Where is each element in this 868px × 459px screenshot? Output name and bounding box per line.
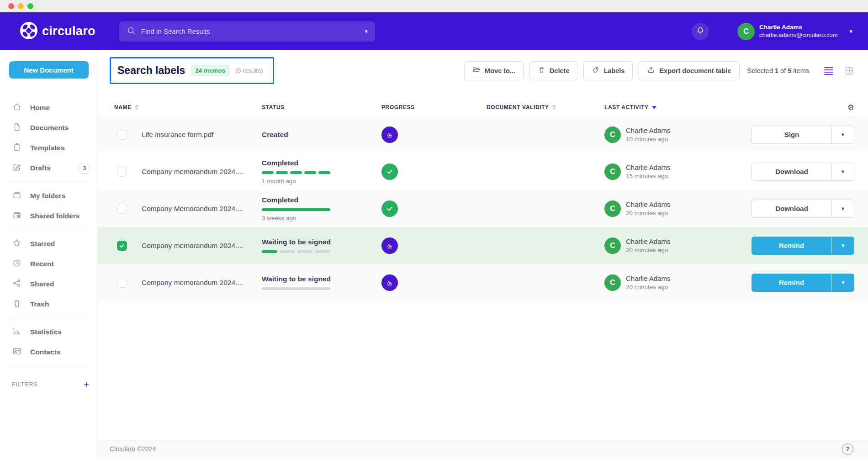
status-label: Waiting to be signed [262, 275, 381, 283]
column-header-activity[interactable]: LAST ACTIVITY [604, 104, 836, 111]
progress-icon-wrap[interactable] [381, 237, 398, 254]
activity-user: Charlie Adams [626, 200, 671, 208]
table-row[interactable]: Company memorandum 2024.... Waiting to b… [98, 227, 868, 264]
row-action-caret[interactable]: ▾ [831, 163, 854, 181]
activity-user: Charlie Adams [626, 127, 671, 134]
progress-icon-wrap[interactable] [381, 274, 398, 291]
list-view-button[interactable] [823, 66, 834, 75]
progress-icon-wrap[interactable] [381, 164, 398, 180]
window-zoom-button[interactable] [27, 3, 33, 9]
sidebar-divider [9, 230, 88, 230]
row-action-caret[interactable]: ▾ [831, 200, 854, 218]
row-action-caret[interactable]: ▾ [831, 274, 854, 292]
app-window: circularo ▾ C [0, 0, 868, 459]
table-row[interactable]: Company Memorandum 2024.... Completed 3 … [98, 190, 868, 227]
row-action-button[interactable]: Download [752, 163, 831, 181]
row-action-button[interactable]: Sign [752, 126, 831, 144]
sidebar-item-statistics[interactable]: Statistics [0, 322, 97, 342]
column-header-status[interactable]: STATUS [262, 104, 381, 111]
sidebar-item-shared-folders[interactable]: Shared folders [0, 206, 97, 226]
sidebar-item-templates[interactable]: Templates [0, 138, 97, 158]
footer: Circularo ©2024 ? [98, 439, 868, 459]
sort-icon[interactable] [135, 105, 138, 110]
search-icon [127, 26, 136, 37]
sort-icon[interactable] [552, 105, 556, 110]
search-scope-caret-icon[interactable]: ▾ [365, 28, 368, 35]
document-name[interactable]: Company memorandum 2024.... [135, 279, 262, 287]
row-action-button[interactable]: Remind [752, 274, 831, 292]
logo[interactable]: circularo [20, 22, 95, 41]
sidebar-item-trash[interactable]: Trash [0, 294, 97, 314]
row-action: Sign ▾ [752, 126, 854, 144]
window-close-button[interactable] [8, 3, 14, 9]
new-document-button[interactable]: New Document [9, 61, 89, 79]
progress-icon-wrap[interactable] [381, 200, 398, 217]
table-row[interactable]: Company memorandum 2024.... Completed 1 … [98, 153, 868, 190]
status-label: Completed [262, 196, 381, 204]
sidebar-item-shared[interactable]: Shared [0, 274, 97, 294]
sidebar-item-label: Drafts [30, 164, 51, 172]
sidebar-item-contacts[interactable]: Contacts [0, 342, 97, 362]
pencil-square-icon [12, 162, 22, 174]
export-table-button[interactable]: Export document table [639, 61, 739, 80]
folder-move-icon [472, 66, 481, 75]
signature-icon [385, 130, 394, 139]
global-search[interactable]: ▾ [119, 21, 375, 42]
sidebar-item-label: Shared [30, 280, 54, 288]
signature-icon [385, 278, 394, 287]
window-minimize-button[interactable] [18, 3, 24, 9]
row-action-button[interactable]: Download [752, 200, 831, 218]
shared-folder-icon [12, 210, 22, 222]
sidebar-item-home[interactable]: Home [0, 98, 97, 118]
user-avatar: C [737, 23, 755, 40]
row-action-caret[interactable]: ▾ [831, 237, 854, 255]
row-checkbox[interactable] [117, 167, 127, 177]
table-settings-gear-icon[interactable]: ⚙ [836, 103, 854, 112]
column-header-progress[interactable]: PROGRESS [381, 104, 487, 111]
status-time: 1 month ago [262, 178, 381, 185]
row-checkbox[interactable] [117, 278, 127, 288]
sidebar-item-starred[interactable]: Starred [0, 234, 97, 254]
column-header-validity[interactable]: DOCUMENT VALIDITY [487, 104, 604, 111]
table-header: NAME STATUS PROGRESS DOCUMENT VALIDITY L… [98, 99, 868, 116]
document-name[interactable]: Company memorandum 2024.... [135, 168, 262, 176]
grid-view-button[interactable] [844, 66, 854, 76]
move-to-button[interactable]: Move to... [464, 61, 524, 80]
status-time: 3 weeks ago [262, 215, 381, 222]
row-action-caret[interactable]: ▾ [831, 126, 854, 144]
sidebar-item-documents[interactable]: Documents [0, 118, 97, 138]
search-labels-highlight-box: Search labels 24 memos (5 results) [110, 57, 274, 84]
document-name[interactable]: Company Memorandum 2024.... [135, 205, 262, 213]
sidebar-item-my-folders[interactable]: My folders [0, 186, 97, 206]
table-row[interactable]: Company memorandum 2024.... Waiting to b… [98, 264, 868, 301]
row-action: Download ▾ [752, 200, 854, 218]
sidebar-item-label: Trash [30, 300, 49, 308]
sidebar-item-recent[interactable]: Recent [0, 254, 97, 274]
add-filter-button[interactable]: + [84, 380, 89, 389]
progress-icon-wrap[interactable] [381, 127, 398, 143]
search-input[interactable] [141, 27, 361, 35]
export-icon [647, 66, 655, 75]
row-checkbox[interactable] [117, 241, 127, 251]
sidebar-item-drafts[interactable]: Drafts 3 [0, 158, 97, 178]
sort-desc-icon[interactable] [652, 106, 656, 109]
labels-button[interactable]: Labels [583, 61, 633, 80]
document-name[interactable]: Life insurance form.pdf [135, 131, 262, 139]
column-header-name[interactable]: NAME [110, 104, 262, 111]
notifications-button[interactable] [692, 23, 709, 40]
row-action-button[interactable]: Remind [752, 237, 831, 255]
delete-button[interactable]: Delete [529, 61, 578, 80]
user-menu[interactable]: C Charlie Adams charlie.adams@circularo.… [737, 23, 852, 40]
memos-label-badge[interactable]: 24 memos [191, 65, 230, 76]
row-checkbox[interactable] [117, 130, 127, 140]
sidebar-item-label: Documents [30, 124, 69, 132]
help-button[interactable]: ? [842, 443, 853, 455]
activity-user: Charlie Adams [626, 274, 671, 282]
table-row[interactable]: Life insurance form.pdf Created C Charli… [98, 116, 868, 153]
activity-time: 20 minutes ago [626, 210, 671, 216]
row-action: Remind ▾ [752, 237, 854, 255]
row-checkbox[interactable] [117, 204, 127, 214]
header-right: C Charlie Adams charlie.adams@circularo.… [692, 23, 852, 40]
document-name[interactable]: Company memorandum 2024.... [135, 242, 262, 250]
activity-user: Charlie Adams [626, 164, 671, 171]
